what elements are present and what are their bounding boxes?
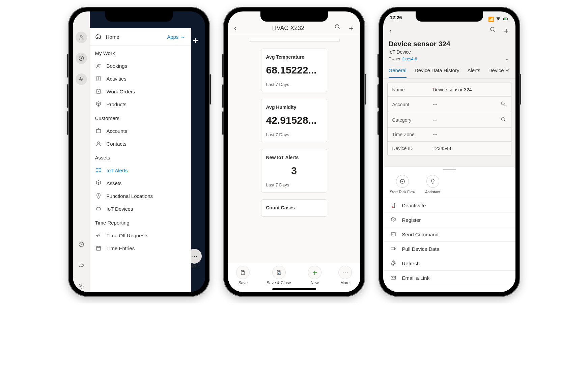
tab-label: Save — [239, 280, 248, 285]
menu-deactivate[interactable]: Deactivate — [383, 198, 515, 213]
nav-workorders[interactable]: Work Orders — [90, 85, 191, 98]
more-icon: ⋯ — [338, 266, 352, 279]
nav-accounts[interactable]: Accounts — [90, 124, 191, 137]
pin-icon[interactable] — [76, 73, 87, 85]
nav-products[interactable]: Products — [90, 98, 191, 111]
tab-general[interactable]: General — [389, 64, 407, 78]
card-new-iot-alerts[interactable]: New IoT Alerts 3 Last 7 Days — [261, 149, 327, 193]
nav-item-label: IoT Alerts — [107, 168, 128, 173]
nav-item-label: Products — [107, 101, 127, 107]
nav-item-label: Time Off Requests — [107, 233, 148, 238]
recent-icon[interactable] — [76, 53, 87, 64]
new-button[interactable]: ＋ New — [308, 266, 321, 285]
lookup-icon[interactable] — [500, 116, 506, 123]
svg-point-17 — [335, 24, 339, 28]
home-icon — [95, 33, 101, 40]
field-name[interactable]: Name* Device sensor 324 — [388, 83, 511, 97]
save-close-icon — [272, 266, 286, 279]
nav-home[interactable]: Home Apps → — [90, 28, 191, 46]
tab-alerts[interactable]: Alerts — [467, 64, 480, 78]
deactivate-icon — [390, 202, 397, 208]
svg-point-4 — [97, 64, 99, 66]
menu-label: Pull Device Data — [402, 246, 440, 252]
menu-label: Refresh — [402, 261, 420, 266]
more-button[interactable]: ⋯ More — [338, 266, 352, 285]
menu-refresh[interactable]: Refresh — [383, 256, 515, 271]
nav-item-label: Bookings — [107, 63, 128, 69]
notch — [260, 11, 328, 22]
nav-bookings[interactable]: Bookings — [90, 59, 191, 72]
nav-activities[interactable]: Activities — [90, 72, 191, 85]
tab-device-data-history[interactable]: Device Data History — [415, 64, 459, 78]
pulldata-icon — [390, 246, 397, 252]
screen-3: 12:26 📶 ‹ ＋ Device sensor 324 IoT Device… — [383, 11, 515, 292]
quick-taskflow[interactable]: Start Task Flow — [390, 175, 415, 194]
register-icon — [390, 217, 397, 223]
card-avg-humidity[interactable]: Avg Humidity 42.91528... Last 7 Days — [261, 99, 327, 142]
card-count-cases[interactable]: Count Cases — [261, 199, 327, 217]
wifi-icon — [495, 16, 501, 23]
menu-pull-device-data[interactable]: Pull Device Data — [383, 242, 515, 256]
menu-register[interactable]: Register — [383, 213, 515, 227]
nav-functional-locations[interactable]: Functional Locations — [90, 189, 191, 202]
add-icon[interactable]: + — [193, 35, 198, 46]
nav-contacts[interactable]: Contacts — [90, 137, 191, 150]
chevron-down-icon[interactable]: ⌄ — [505, 57, 509, 61]
save-button[interactable]: Save — [236, 266, 250, 285]
timeoff-icon — [95, 232, 102, 238]
svg-point-24 — [392, 207, 393, 208]
nav-iot-alerts[interactable]: IoT Alerts — [90, 164, 191, 177]
nav-item-label: Functional Locations — [107, 193, 153, 199]
field-timezone[interactable]: Time Zone --- — [388, 128, 511, 142]
nav-timeentries[interactable]: Time Entries — [90, 242, 191, 255]
home-label: Home — [106, 34, 163, 40]
menu-send-command[interactable]: Send Command — [383, 227, 515, 242]
menu-label: Email a Link — [402, 275, 430, 281]
help-icon[interactable] — [76, 239, 87, 250]
taskflow-icon — [396, 175, 409, 188]
nav-timeoff[interactable]: Time Off Requests — [90, 229, 191, 242]
svg-rect-8 — [96, 129, 101, 133]
card-title: Avg Humidity — [266, 105, 322, 110]
quick-label: Assistant — [425, 190, 441, 194]
add-icon[interactable]: ＋ — [347, 23, 355, 33]
add-icon[interactable]: ＋ — [503, 26, 510, 36]
svg-rect-19 — [504, 18, 506, 19]
lookup-icon[interactable] — [500, 101, 506, 108]
search-icon[interactable] — [334, 23, 341, 33]
field-category[interactable]: Category --- — [388, 112, 511, 128]
menu-label: Send Command — [402, 232, 439, 237]
content: Avg Temperature 68.15222... Last 7 Days … — [228, 35, 360, 292]
search-icon[interactable] — [489, 26, 497, 36]
record-entity: IoT Device — [389, 49, 510, 55]
card-title: Avg Temperature — [266, 54, 322, 60]
back-icon[interactable]: ‹ — [228, 24, 243, 33]
form-tabs: General Device Data History Alerts Devic… — [383, 64, 515, 79]
field-label: Account — [392, 102, 433, 107]
phone-3: 12:26 📶 ‹ ＋ Device sensor 324 IoT Device… — [379, 7, 520, 297]
back-icon[interactable]: ‹ — [383, 27, 398, 35]
nav-drawer: Home Apps → My Work Bookings Activities … — [90, 28, 191, 292]
collapsed-card[interactable] — [249, 38, 340, 42]
card-title: New IoT Alerts — [266, 155, 322, 160]
field-deviceid[interactable]: Device ID 1234543 — [388, 142, 511, 155]
field-value: --- — [433, 102, 498, 107]
profile-icon[interactable] — [76, 32, 87, 43]
svg-point-22 — [501, 117, 504, 120]
quick-assistant[interactable]: Assistant — [425, 175, 441, 194]
owner-label: Owner — [389, 57, 400, 61]
field-label: Time Zone — [392, 132, 433, 137]
menu-email-link[interactable]: Email a Link — [383, 271, 515, 285]
settings-icon[interactable] — [76, 280, 87, 292]
sheet-grab-handle[interactable] — [443, 169, 456, 170]
tab-device-r[interactable]: Device R — [488, 64, 509, 78]
nav-item-label: Accounts — [107, 128, 128, 134]
cloud-icon[interactable] — [76, 260, 87, 271]
save-close-button[interactable]: Save & Close — [267, 266, 291, 285]
card-avg-temperature[interactable]: Avg Temperature 68.15222... Last 7 Days — [261, 49, 327, 92]
owner-link[interactable]: fsres4 # — [402, 57, 417, 61]
field-account[interactable]: Account --- — [388, 97, 511, 112]
apps-link[interactable]: Apps → — [167, 34, 185, 40]
nav-iot-devices[interactable]: IoT Devices — [90, 202, 191, 215]
nav-assets[interactable]: Assets — [90, 177, 191, 189]
